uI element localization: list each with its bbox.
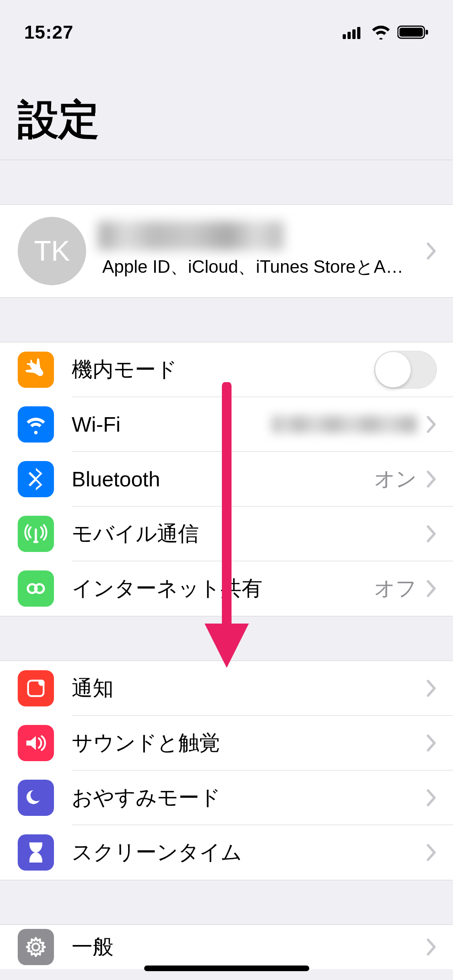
section-gap [0,160,453,204]
chevron-right-icon [426,844,437,861]
status-icons [343,25,429,39]
avatar-initials: TK [34,235,70,267]
row-value: オフ [374,574,417,603]
row-value: オン [374,465,417,493]
svg-rect-1 [348,32,351,39]
airplane-icon [18,352,54,388]
row-label: 通知 [72,674,426,702]
svg-rect-2 [352,29,356,39]
avatar: TK [18,217,86,285]
row-cellular[interactable]: モバイル通信 [0,506,453,561]
svg-rect-0 [343,34,346,39]
hotspot-icon [18,570,54,607]
chevron-right-icon [426,679,437,697]
sounds-icon [18,725,54,761]
row-label: モバイル通信 [72,520,426,548]
profile-text: Apple ID、iCloud、iTunes StoreとApp S... [102,224,410,279]
svg-rect-6 [426,30,428,35]
bluetooth-icon [18,461,54,497]
chevron-right-icon [426,416,437,433]
chevron-right-icon [426,789,437,807]
chevron-right-icon [426,242,437,260]
cellular-icon [343,25,364,39]
row-label: インターネット共有 [72,574,374,603]
general-icon [18,929,54,965]
svg-rect-5 [399,28,423,37]
row-label: Wi-Fi [72,412,272,436]
header: 設定 [0,52,453,160]
chevron-right-icon [426,470,437,488]
svg-point-11 [32,943,39,951]
status-time: 15:27 [24,21,74,43]
status-bar: 15:27 [0,0,453,52]
section-gap [0,880,453,924]
chevron-right-icon [426,580,437,597]
row-label: 一般 [72,933,426,961]
profile-name-redacted [102,224,279,248]
row-label: 機内モード [72,356,374,384]
row-screentime[interactable]: スクリーンタイム [0,825,453,880]
screentime-icon [18,834,54,871]
toggle-knob [375,352,411,387]
row-label: Bluetooth [72,467,374,491]
page-title: 設定 [18,93,435,148]
row-sounds[interactable]: サウンドと触覚 [0,716,453,770]
row-airplane-mode[interactable]: 機内モード [0,342,453,397]
row-label: サウンドと触覚 [72,729,426,757]
notifications-group: 通知 サウンドと触覚 おやすみモード スクリーンタイム [0,661,453,880]
wifi-settings-icon [18,406,54,443]
row-label: おやすみモード [72,784,426,812]
profile-subtitle: Apple ID、iCloud、iTunes StoreとApp S... [102,255,410,279]
row-hotspot[interactable]: インターネット共有 オフ [0,561,453,616]
chevron-right-icon [426,734,437,752]
svg-rect-3 [357,27,360,39]
connectivity-group: 機内モード Wi-Fi Bluetooth オン モバイル通信 インターネット共… [0,342,453,616]
notifications-icon [18,670,54,706]
chevron-right-icon [426,938,437,956]
dnd-icon [18,780,54,816]
row-dnd[interactable]: おやすみモード [0,770,453,825]
profile-row[interactable]: TK Apple ID、iCloud、iTunes StoreとApp S... [0,205,453,297]
wifi-value-redacted [272,416,417,433]
general-group: 一般 [0,924,453,969]
battery-icon [397,25,429,39]
row-wifi[interactable]: Wi-Fi [0,397,453,452]
airplane-toggle[interactable] [374,351,437,389]
chevron-right-icon [426,525,437,543]
home-indicator[interactable] [144,966,309,971]
section-gap [0,616,453,661]
row-general[interactable]: 一般 [0,925,453,969]
row-notifications[interactable]: 通知 [0,661,453,716]
row-bluetooth[interactable]: Bluetooth オン [0,452,453,506]
row-label: スクリーンタイム [72,838,426,867]
profile-group: TK Apple ID、iCloud、iTunes StoreとApp S... [0,204,453,298]
section-gap [0,298,453,342]
svg-point-10 [38,679,45,686]
cellular-settings-icon [18,516,54,552]
wifi-icon [371,25,391,39]
